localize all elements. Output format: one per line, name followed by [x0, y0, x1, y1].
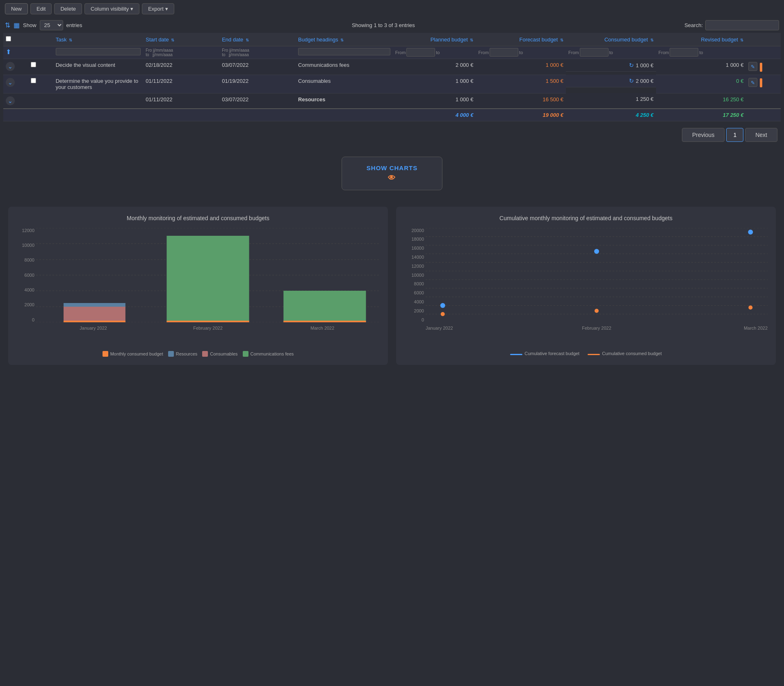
row3-forecast: 16 500 €	[476, 93, 566, 109]
select-all-checkbox[interactable]	[6, 36, 11, 41]
table-wrapper: Task ⇅ Start date ⇅ End date ⇅ Budget he…	[0, 33, 784, 121]
filter-heading	[296, 46, 393, 59]
end-sort-icon: ⇅	[246, 38, 249, 42]
th-consumed-budget[interactable]: Consumed budget ⇅	[566, 33, 656, 46]
row3-end: 03/07/2022	[219, 93, 296, 109]
th-start-date[interactable]: Start date ⇅	[143, 33, 219, 46]
refresh-icon[interactable]: ↻	[629, 62, 634, 68]
filter-task	[53, 46, 144, 59]
next-button[interactable]: Next	[745, 128, 777, 142]
legend-consumed-dot	[103, 351, 108, 357]
bar-chart-card: Monthly monitoring of estimated and cons…	[8, 207, 388, 365]
revised-from-input[interactable]	[670, 48, 698, 57]
bar-mar-consumed	[283, 321, 366, 322]
row1-heading: Communications fees	[296, 59, 393, 75]
edit-button[interactable]: Edit	[30, 3, 52, 14]
planned-from-input[interactable]	[406, 48, 435, 57]
th-planned-budget[interactable]: Planned budget ⇅	[393, 33, 476, 46]
row3-consumed: 1 250 €	[566, 93, 656, 109]
th-budget-headings[interactable]: Budget headings ⇅	[296, 33, 393, 46]
previous-button[interactable]: Previous	[682, 128, 725, 142]
row2-actions: ✎	[746, 75, 781, 93]
line-chart-legend: Cumulative forecast budget Cumulative co…	[404, 351, 768, 356]
row2-start: 01/11/2022	[143, 75, 219, 93]
row1-checkbox[interactable]	[31, 62, 36, 67]
heading-sort-icon: ⇅	[340, 38, 344, 42]
blue-dot-feb	[594, 249, 599, 254]
show-charts-section: SHOW CHARTS 👁	[0, 148, 784, 203]
totals-start	[143, 109, 219, 121]
totals-planned: 4 000 €	[393, 109, 476, 121]
budget-table: Task ⇅ Start date ⇅ End date ⇅ Budget he…	[3, 33, 781, 121]
row3-planned: 1 000 €	[393, 93, 476, 109]
legend-resources: Resources	[168, 351, 198, 357]
filter-planned: From to	[393, 46, 476, 59]
export-label: Export	[148, 6, 164, 12]
row2-revised: 0 €	[656, 75, 746, 93]
expand-icon[interactable]: ⌄	[6, 96, 15, 105]
column-visibility-button[interactable]: Column visibility ▾	[84, 3, 139, 14]
entries-label: entries	[66, 22, 82, 28]
planned-sort-icon: ⇅	[470, 38, 473, 42]
eye-icon: 👁	[367, 174, 417, 182]
edit-row-icon[interactable]: ✎	[748, 78, 757, 87]
heading-filter-input[interactable]	[298, 48, 390, 55]
line-x-labels: January 2022 February 2022 March 2022	[426, 326, 768, 330]
table-row: ⌄ Decide the visual content 02/18/2022 0…	[3, 59, 781, 75]
th-forecast-budget[interactable]: Forecast budget ⇅	[476, 33, 566, 46]
consumed-from-input[interactable]	[580, 48, 609, 57]
expand-icon[interactable]: ⌄	[6, 62, 15, 71]
legend-consumed: Monthly consumed budget	[103, 351, 163, 357]
forecast-from-input[interactable]	[490, 48, 518, 57]
delete-button[interactable]: Delete	[54, 3, 82, 14]
filter-consumed: From to	[566, 46, 656, 59]
th-revised-budget[interactable]: Revised budget ⇅	[656, 33, 746, 46]
legend-consumed-line-color	[588, 354, 600, 355]
filter-end: Fro jj/mm/aaaa to jj/mm/aaaa	[219, 46, 296, 59]
entries-count-select[interactable]: 25 50 100	[40, 20, 63, 30]
search-area: Search:	[684, 20, 779, 30]
bar-chart-legend: Monthly consumed budget Resources Consum…	[16, 351, 380, 357]
chevron-down-icon: ▾	[165, 6, 168, 12]
row1-start: 02/18/2022	[143, 59, 219, 75]
new-button[interactable]: New	[5, 3, 28, 14]
export-button[interactable]: Export ▾	[142, 3, 174, 14]
table-row: ⌄ Determine the value you provide to you…	[3, 75, 781, 93]
show-charts-label: SHOW CHARTS	[367, 164, 417, 171]
th-task[interactable]: Task ⇅	[53, 33, 144, 46]
row3-heading: Resources	[296, 93, 393, 109]
show-charts-button[interactable]: SHOW CHARTS 👁	[342, 157, 442, 190]
row2-planned: 1 000 €	[393, 75, 476, 93]
row3-sub-check	[28, 93, 53, 109]
start-sort-icon: ⇅	[171, 38, 174, 42]
consumed-sort-icon: ⇅	[650, 38, 654, 42]
task-filter-input[interactable]	[56, 48, 141, 55]
bar-y-axis: 12000 10000 8000 6000 4000 2000 0	[16, 228, 36, 322]
page-1-button[interactable]: 1	[726, 128, 743, 142]
bar-jan-consumables	[64, 307, 125, 322]
upload-icon[interactable]: ⬆	[6, 48, 11, 55]
bar-jan-resources	[64, 303, 125, 307]
legend-consumables-dot	[202, 351, 208, 357]
table-row: ⌄ 01/11/2022 03/07/2022 Resources 1 000 …	[3, 93, 781, 109]
row1-consumed: ↻ 1 000 €	[566, 59, 656, 72]
show-label: Show	[23, 22, 36, 28]
row2-checkbox[interactable]	[31, 78, 36, 83]
line-y-axis: 20000 18000 16000 14000 12000 10000 8000…	[404, 228, 426, 322]
sort-icon: ⇅	[5, 21, 10, 29]
filter-revised: From to	[656, 46, 746, 59]
expand-icon[interactable]: ⌄	[6, 78, 15, 87]
edit-row-icon[interactable]: ✎	[748, 62, 757, 71]
row3-revised: 16 250 €	[656, 93, 746, 109]
th-end-date[interactable]: End date ⇅	[219, 33, 296, 46]
row1-check: ⌄	[3, 59, 28, 75]
row3-start: 01/11/2022	[143, 93, 219, 109]
row2-heading: Consumables	[296, 75, 393, 93]
totals-row: 4 000 € 19 000 € 4 250 € 17 250 €	[3, 109, 781, 121]
search-label: Search:	[684, 22, 703, 28]
search-input[interactable]	[705, 20, 779, 30]
row2-check: ⌄	[3, 75, 28, 93]
pagination: Previous 1 Next	[0, 121, 784, 148]
row2-sub-check	[28, 75, 53, 93]
refresh-icon[interactable]: ↻	[629, 77, 634, 84]
